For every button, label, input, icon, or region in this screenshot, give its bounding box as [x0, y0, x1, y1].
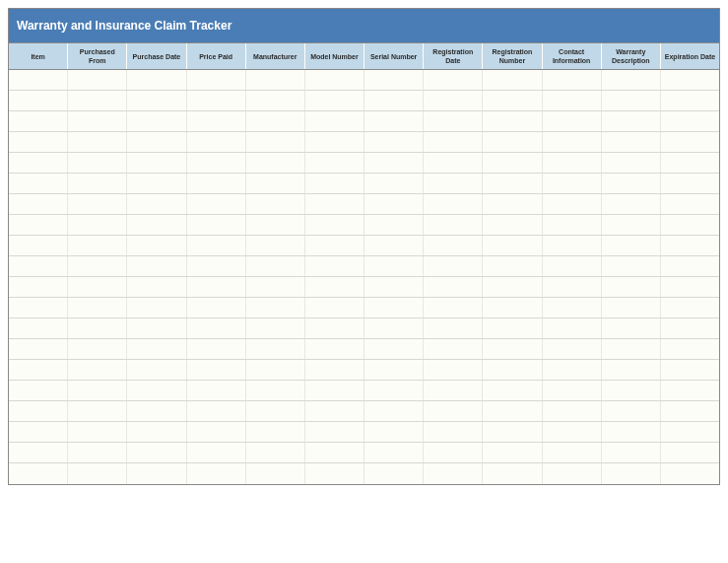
table-cell[interactable]: [483, 132, 542, 152]
table-cell[interactable]: [483, 153, 542, 173]
table-cell[interactable]: [543, 381, 602, 400]
table-cell[interactable]: [305, 298, 364, 317]
table-cell[interactable]: [246, 360, 305, 380]
table-cell[interactable]: [364, 463, 424, 484]
table-cell[interactable]: [127, 422, 186, 442]
table-cell[interactable]: [68, 111, 127, 131]
table-cell[interactable]: [127, 153, 186, 173]
table-cell[interactable]: [68, 339, 127, 359]
table-cell[interactable]: [364, 443, 424, 462]
table-cell[interactable]: [661, 318, 719, 338]
table-cell[interactable]: [661, 111, 719, 131]
table-cell[interactable]: [9, 339, 68, 359]
table-cell[interactable]: [9, 381, 68, 400]
table-cell[interactable]: [483, 70, 542, 90]
table-cell[interactable]: [483, 422, 542, 442]
table-cell[interactable]: [187, 174, 246, 193]
table-cell[interactable]: [483, 91, 542, 110]
table-cell[interactable]: [364, 422, 424, 442]
table-cell[interactable]: [483, 298, 542, 317]
table-cell[interactable]: [364, 401, 424, 421]
table-cell[interactable]: [424, 174, 483, 193]
table-cell[interactable]: [246, 215, 305, 235]
table-cell[interactable]: [364, 153, 424, 173]
table-cell[interactable]: [661, 443, 719, 462]
table-cell[interactable]: [424, 298, 483, 317]
table-cell[interactable]: [187, 318, 246, 338]
table-cell[interactable]: [305, 132, 364, 152]
table-cell[interactable]: [543, 360, 602, 380]
table-cell[interactable]: [68, 174, 127, 193]
table-cell[interactable]: [246, 422, 305, 442]
table-cell[interactable]: [364, 318, 424, 338]
table-cell[interactable]: [305, 422, 364, 442]
table-cell[interactable]: [543, 339, 602, 359]
table-cell[interactable]: [68, 443, 127, 462]
table-cell[interactable]: [602, 153, 661, 173]
table-cell[interactable]: [187, 360, 246, 380]
table-cell[interactable]: [9, 401, 68, 421]
table-cell[interactable]: [543, 256, 602, 276]
table-cell[interactable]: [543, 174, 602, 193]
table-cell[interactable]: [9, 463, 68, 484]
table-cell[interactable]: [246, 132, 305, 152]
table-cell[interactable]: [305, 360, 364, 380]
table-cell[interactable]: [602, 236, 661, 255]
table-cell[interactable]: [424, 194, 483, 214]
table-cell[interactable]: [68, 401, 127, 421]
table-cell[interactable]: [661, 132, 719, 152]
table-cell[interactable]: [543, 422, 602, 442]
table-cell[interactable]: [9, 256, 68, 276]
table-cell[interactable]: [9, 277, 68, 297]
table-cell[interactable]: [187, 91, 246, 110]
table-cell[interactable]: [424, 91, 483, 110]
table-cell[interactable]: [305, 215, 364, 235]
table-cell[interactable]: [305, 174, 364, 193]
table-cell[interactable]: [127, 277, 186, 297]
table-cell[interactable]: [543, 463, 602, 484]
table-cell[interactable]: [68, 91, 127, 110]
table-cell[interactable]: [246, 70, 305, 90]
table-cell[interactable]: [9, 132, 68, 152]
table-cell[interactable]: [127, 443, 186, 462]
table-cell[interactable]: [543, 318, 602, 338]
table-cell[interactable]: [661, 256, 719, 276]
table-cell[interactable]: [364, 194, 424, 214]
table-cell[interactable]: [246, 463, 305, 484]
table-cell[interactable]: [661, 277, 719, 297]
table-cell[interactable]: [424, 422, 483, 442]
table-cell[interactable]: [187, 443, 246, 462]
table-cell[interactable]: [424, 360, 483, 380]
table-cell[interactable]: [661, 194, 719, 214]
table-cell[interactable]: [602, 91, 661, 110]
table-cell[interactable]: [68, 153, 127, 173]
table-cell[interactable]: [127, 256, 186, 276]
table-cell[interactable]: [424, 443, 483, 462]
table-cell[interactable]: [483, 318, 542, 338]
table-cell[interactable]: [543, 194, 602, 214]
table-cell[interactable]: [364, 256, 424, 276]
table-cell[interactable]: [424, 463, 483, 484]
table-cell[interactable]: [661, 70, 719, 90]
table-cell[interactable]: [187, 256, 246, 276]
table-cell[interactable]: [187, 277, 246, 297]
table-cell[interactable]: [187, 298, 246, 317]
table-cell[interactable]: [661, 236, 719, 255]
table-cell[interactable]: [246, 401, 305, 421]
table-cell[interactable]: [543, 111, 602, 131]
table-cell[interactable]: [661, 463, 719, 484]
table-cell[interactable]: [602, 339, 661, 359]
table-cell[interactable]: [483, 194, 542, 214]
table-cell[interactable]: [602, 132, 661, 152]
table-cell[interactable]: [187, 194, 246, 214]
table-cell[interactable]: [424, 318, 483, 338]
table-cell[interactable]: [9, 443, 68, 462]
table-cell[interactable]: [483, 256, 542, 276]
table-cell[interactable]: [305, 443, 364, 462]
table-cell[interactable]: [602, 422, 661, 442]
table-cell[interactable]: [483, 111, 542, 131]
table-cell[interactable]: [602, 443, 661, 462]
table-cell[interactable]: [602, 401, 661, 421]
table-cell[interactable]: [246, 174, 305, 193]
table-cell[interactable]: [9, 174, 68, 193]
